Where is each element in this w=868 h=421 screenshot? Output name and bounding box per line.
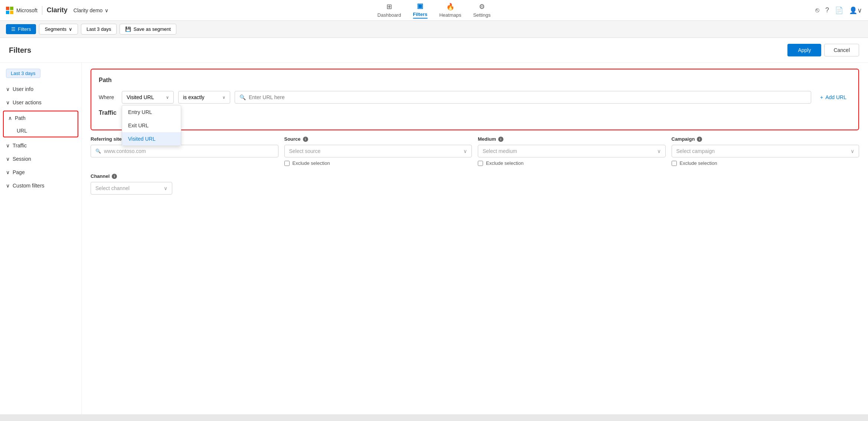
nav-dashboard[interactable]: ⊞ Dashboard: [378, 3, 401, 18]
sidebar-item-traffic[interactable]: ∨ Traffic: [0, 139, 81, 152]
settings-icon: ⚙: [479, 3, 485, 11]
collapse-icon: ∧: [8, 115, 12, 121]
sidebar-item-url[interactable]: URL: [4, 125, 78, 137]
expand-icon: ∨: [6, 143, 10, 149]
share-icon[interactable]: ⎋: [815, 6, 819, 14]
channel-dropdown[interactable]: Select channel ∨: [91, 182, 172, 195]
ms-sq-green: [10, 7, 13, 10]
url-type-chevron-icon: ∨: [166, 95, 169, 100]
filters-header: Filters Apply Cancel: [0, 38, 868, 63]
source-label: Source i: [284, 136, 472, 142]
condition-dropdown[interactable]: is exactly ∨: [178, 91, 230, 104]
medium-chevron-icon: ∨: [657, 148, 661, 154]
source-dropdown[interactable]: Select source ∨: [284, 145, 472, 157]
save-icon: 💾: [125, 26, 131, 32]
apply-button[interactable]: Apply: [787, 44, 821, 56]
path-section-title: Path: [99, 77, 851, 84]
nav-recordings[interactable]: ▣ Filters: [413, 2, 427, 19]
filters-dialog: Filters Apply Cancel Last 3 days ∨ User …: [0, 38, 868, 414]
microsoft-logo-squares: [6, 7, 13, 14]
project-chevron-icon: ∨: [105, 7, 108, 13]
entry-url-option[interactable]: Entry URL: [122, 105, 181, 119]
filters-body: Last 3 days ∨ User info ∨ User actions ∧…: [0, 63, 868, 414]
help-icon[interactable]: ?: [825, 6, 829, 14]
ms-sq-red: [6, 7, 9, 10]
channel-label: Channel i: [91, 173, 859, 179]
project-selector[interactable]: Clarity demo ∨: [74, 7, 109, 13]
filter-lines-icon: ☰: [11, 26, 16, 32]
source-chevron-icon: ∨: [463, 148, 467, 154]
recordings-icon: ▣: [417, 2, 423, 10]
campaign-field: Campaign i Select campaign ∨ Exclude sel…: [672, 136, 859, 166]
sidebar-label: User info: [13, 86, 33, 92]
where-label: Where: [99, 94, 117, 100]
nav-right-icons: ⎋ ? 📄 👤∨: [815, 6, 862, 14]
sidebar-item-user-actions[interactable]: ∨ User actions: [0, 96, 81, 109]
sidebar-label: Session: [13, 156, 31, 162]
medium-label: Medium i: [478, 136, 666, 142]
condition-value: is exactly: [183, 94, 205, 100]
sidebar-label: User actions: [13, 99, 42, 105]
medium-info-icon: i: [498, 137, 503, 142]
filters-sidebar: Last 3 days ∨ User info ∨ User actions ∧…: [0, 63, 82, 414]
campaign-exclude-checkbox[interactable]: [672, 161, 677, 166]
expand-icon: ∨: [6, 156, 10, 162]
visited-url-option[interactable]: Visited URL: [122, 132, 181, 146]
sub-bar: ☰ Filters Segments ∨ Last 3 days 💾 Save …: [0, 21, 868, 38]
nav-center: ⊞ Dashboard ▣ Filters 🔥 Heatmaps ⚙ Setti…: [378, 2, 491, 19]
source-exclude-checkbox[interactable]: [284, 161, 290, 166]
referring-site-input[interactable]: 🔍 www.contoso.com: [91, 145, 278, 157]
filters-button[interactable]: ☰ Filters: [6, 24, 36, 34]
sidebar-item-custom-filters[interactable]: ∨ Custom filters: [0, 179, 81, 192]
campaign-label: Campaign i: [672, 136, 859, 142]
url-type-dropdown[interactable]: Visited URL ∨: [122, 91, 174, 104]
date-filter-button[interactable]: Last 3 days: [81, 24, 117, 35]
nav-heatmaps[interactable]: 🔥 Heatmaps: [439, 3, 461, 18]
recordings-label: Filters: [413, 12, 427, 17]
traffic-grid: Referring site i 🔍 www.contoso.com Sourc…: [91, 136, 859, 166]
sidebar-label: Traffic: [13, 143, 27, 149]
expand-icon: ∨: [6, 183, 10, 189]
search-icon: 🔍: [95, 149, 101, 154]
path-section: Path Where Visited URL ∨ Entry URL Exit …: [91, 69, 859, 130]
save-as-segment-button[interactable]: 💾 Save as segment: [120, 24, 176, 35]
segments-button[interactable]: Segments ∨: [39, 24, 78, 35]
nav-divider: [42, 6, 42, 15]
sidebar-item-path[interactable]: ∧ Path: [4, 111, 78, 125]
segments-chevron-icon: ∨: [69, 26, 72, 32]
filters-main: Path Where Visited URL ∨ Entry URL Exit …: [82, 63, 868, 414]
campaign-dropdown[interactable]: Select campaign ∨: [672, 145, 859, 157]
notifications-icon[interactable]: 📄: [835, 6, 843, 14]
medium-exclude-checkbox[interactable]: [478, 161, 483, 166]
save-label: Save as segment: [133, 26, 170, 32]
cancel-button[interactable]: Cancel: [824, 44, 859, 56]
expand-icon: ∨: [6, 169, 10, 175]
traffic-section-title: Traffic: [99, 110, 851, 116]
sidebar-label: Page: [13, 169, 25, 175]
ms-logo: Microsoft: [6, 7, 37, 14]
segments-label: Segments: [45, 26, 66, 32]
sidebar-path-label: Path: [15, 115, 26, 121]
source-info-icon: i: [303, 137, 308, 142]
campaign-info-icon: i: [697, 137, 702, 142]
sidebar-item-user-info[interactable]: ∨ User info: [0, 82, 81, 96]
user-avatar-icon[interactable]: 👤∨: [849, 6, 862, 14]
nav-settings[interactable]: ⚙ Settings: [473, 3, 490, 18]
sidebar-item-page[interactable]: ∨ Page: [0, 166, 81, 179]
filters-label: Filters: [18, 26, 31, 32]
url-input[interactable]: [249, 94, 806, 100]
url-type-value: Visited URL: [127, 94, 154, 100]
sidebar-item-session[interactable]: ∨ Session: [0, 152, 81, 166]
campaign-chevron-icon: ∨: [851, 148, 854, 154]
heatmaps-label: Heatmaps: [439, 12, 461, 18]
url-label: URL: [17, 128, 27, 134]
source-exclude-row: Exclude selection: [284, 160, 472, 166]
medium-dropdown[interactable]: Select medium ∨: [478, 145, 666, 157]
clarity-brand: Clarity: [47, 6, 68, 14]
exit-url-option[interactable]: Exit URL: [122, 119, 181, 132]
date-chip[interactable]: Last 3 days: [6, 69, 40, 78]
channel-chevron-icon: ∨: [164, 185, 167, 191]
add-url-button[interactable]: + Add URL: [816, 91, 851, 103]
project-name: Clarity demo: [74, 7, 103, 13]
top-navigation: Microsoft Clarity Clarity demo ∨ ⊞ Dashb…: [0, 0, 868, 21]
